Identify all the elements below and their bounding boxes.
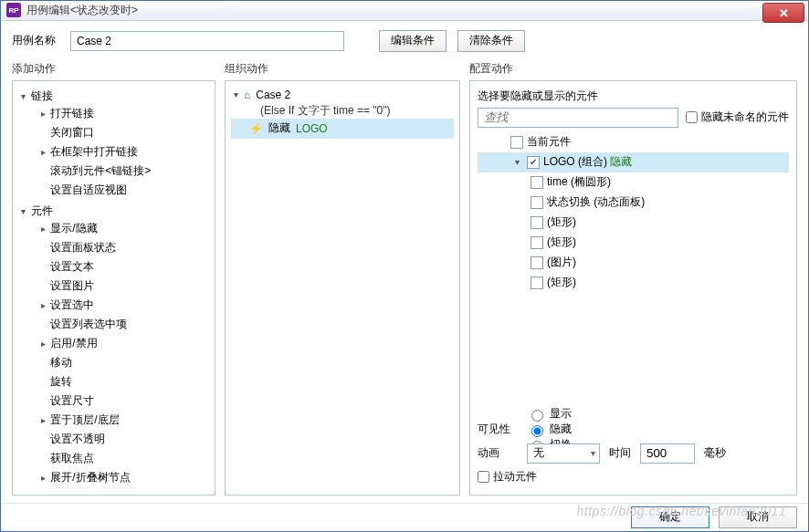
tree-item[interactable]: 设置不透明: [18, 430, 213, 449]
element-row[interactable]: (图片): [478, 253, 789, 273]
tree-item[interactable]: 设置面板状态: [18, 238, 213, 257]
visibility-radio[interactable]: [531, 425, 543, 437]
organize-actions-header: 组织动作: [225, 61, 460, 77]
tree-item[interactable]: 打开链接: [18, 104, 213, 123]
expand-icon[interactable]: [231, 89, 240, 99]
tree-item-label: 显示/隐藏: [47, 222, 98, 235]
section-headers: 添加动作 组织动作 配置动作: [12, 61, 797, 77]
element-row[interactable]: 状态切换 (动态面板): [478, 193, 789, 213]
element-label: (矩形): [547, 214, 576, 230]
element-checkbox[interactable]: [531, 276, 543, 289]
tree-item[interactable]: 设置文本: [18, 257, 213, 276]
clear-condition-button[interactable]: 清除条件: [457, 30, 525, 52]
expand-icon[interactable]: [38, 473, 47, 483]
add-actions-tree[interactable]: 链接 打开链接 关闭窗口 在框架中打开链接 滚动到元件<锚链接> 设置自适应视图…: [13, 81, 215, 495]
element-checkbox[interactable]: [531, 236, 543, 249]
element-checkbox[interactable]: [510, 136, 523, 149]
element-row[interactable]: ▾✔ LOGO (组合) 隐藏: [478, 152, 789, 172]
options: 可见性 显示隐藏切换 动画 无 ▾ 时间 毫秒: [478, 413, 789, 489]
case-action[interactable]: ⚡ 隐藏 LOGO: [231, 119, 454, 139]
element-label: (矩形): [547, 275, 576, 290]
visibility-label: 可见性: [478, 422, 518, 437]
tree-item[interactable]: 展开/折叠树节点: [18, 468, 213, 487]
tree-item[interactable]: 设置列表选中项: [18, 315, 213, 334]
expand-icon[interactable]: [38, 147, 47, 157]
expand-icon[interactable]: [18, 91, 27, 101]
expand-icon[interactable]: [38, 415, 47, 425]
element-list[interactable]: 当前元件▾✔ LOGO (组合) 隐藏 time (椭圆形) 状态切换 (动态面…: [478, 131, 789, 408]
hide-unnamed-check[interactable]: 隐藏未命名的元件: [686, 110, 789, 125]
edit-condition-button[interactable]: 编辑条件: [379, 30, 447, 52]
visibility-option-label: 显示: [550, 406, 572, 422]
case-node[interactable]: ⌂ Case 2: [231, 87, 454, 103]
element-row[interactable]: 当前元件: [478, 132, 789, 152]
element-checkbox[interactable]: [531, 216, 543, 229]
element-row[interactable]: time (椭圆形): [478, 172, 789, 193]
tree-item[interactable]: 设置图片: [18, 276, 213, 296]
expand-icon[interactable]: [38, 224, 47, 234]
case-condition: (Else If 文字于 time == "0"): [231, 103, 454, 119]
visibility-option-label: 隐藏: [550, 422, 572, 437]
visibility-radio[interactable]: [531, 410, 543, 422]
tree-item[interactable]: 在框架中打开链接: [18, 142, 213, 162]
tree-item[interactable]: 启用/禁用: [18, 334, 213, 353]
tree-item[interactable]: 显示/隐藏: [18, 219, 213, 238]
tree-item-label: 设置图片: [47, 279, 94, 292]
element-checkbox[interactable]: [531, 256, 543, 269]
tree-item-label: 设置不透明: [47, 433, 105, 445]
visibility-option[interactable]: 显示: [527, 406, 572, 422]
tree-item[interactable]: 设置尺寸: [18, 391, 213, 411]
ok-button[interactable]: 确定: [631, 506, 709, 528]
expand-icon[interactable]: [38, 109, 47, 119]
titlebar: RP 用例编辑<状态改变时> ✕: [1, 1, 808, 21]
tree-item[interactable]: 滚动到元件<锚链接>: [18, 162, 213, 181]
organize-actions-panel: ⌂ Case 2 (Else If 文字于 time == "0") ⚡ 隐藏 …: [225, 80, 460, 495]
tree-item-label: 设置面板状态: [47, 241, 116, 254]
case-icon: ⌂: [244, 89, 250, 101]
pull-check[interactable]: 拉动元件: [478, 469, 537, 485]
search-input[interactable]: [478, 108, 678, 128]
pull-row: 拉动元件: [478, 465, 789, 489]
anim-row: 动画 无 ▾ 时间 毫秒: [478, 442, 789, 465]
expand-icon[interactable]: [38, 339, 47, 349]
tree-group[interactable]: 元件: [18, 203, 213, 219]
add-actions-header: 添加动作: [12, 61, 215, 77]
tree-group[interactable]: 链接: [18, 89, 213, 104]
tree-item-label: 在框架中打开链接: [47, 145, 138, 158]
time-input[interactable]: [640, 443, 695, 464]
expand-icon[interactable]: [38, 300, 47, 310]
hide-unnamed-checkbox[interactable]: [686, 111, 698, 123]
tree-item-label: 置于顶层/底层: [47, 413, 120, 426]
element-checkbox[interactable]: ✔: [527, 156, 540, 169]
window-title: 用例编辑<状态改变时>: [26, 3, 138, 18]
pull-checkbox[interactable]: [478, 471, 489, 483]
tree-item[interactable]: 设置选中: [18, 296, 213, 315]
tree-item[interactable]: 移动: [18, 353, 213, 372]
tree-item[interactable]: 关闭窗口: [18, 123, 213, 142]
element-checkbox[interactable]: [531, 176, 543, 189]
case-name-input[interactable]: [70, 31, 344, 51]
close-button[interactable]: ✕: [762, 3, 804, 23]
case-tree[interactable]: ⌂ Case 2 (Else If 文字于 time == "0") ⚡ 隐藏 …: [226, 81, 459, 144]
add-actions-panel: 链接 打开链接 关闭窗口 在框架中打开链接 滚动到元件<锚链接> 设置自适应视图…: [12, 80, 215, 495]
expand-icon[interactable]: [18, 206, 27, 216]
element-label: (矩形): [547, 235, 576, 250]
element-label: LOGO (组合) 隐藏: [543, 154, 632, 170]
tree-item[interactable]: 获取焦点: [18, 449, 213, 468]
bolt-icon: ⚡: [249, 122, 263, 135]
element-row[interactable]: (矩形): [478, 213, 789, 233]
element-row[interactable]: (矩形): [478, 233, 789, 253]
element-checkbox[interactable]: [531, 196, 543, 209]
dialog: RP 用例编辑<状态改变时> ✕ 用例名称 编辑条件 清除条件 添加动作 组织动…: [0, 0, 809, 532]
tree-item-label: 设置文本: [47, 260, 94, 273]
tree-item[interactable]: 设置自适应视图: [18, 181, 213, 200]
tree-item[interactable]: 置于顶层/底层: [18, 411, 213, 430]
visibility-option[interactable]: 隐藏: [527, 422, 572, 437]
anim-select[interactable]: 无 ▾: [527, 443, 600, 464]
expand-icon[interactable]: ▾: [510, 157, 523, 167]
config-subhead: 选择要隐藏或显示的元件: [478, 89, 789, 104]
tree-item[interactable]: 旋转: [18, 372, 213, 391]
cancel-button[interactable]: 取消: [719, 506, 797, 528]
element-row[interactable]: (矩形): [478, 273, 789, 293]
action-target: LOGO: [296, 122, 328, 135]
